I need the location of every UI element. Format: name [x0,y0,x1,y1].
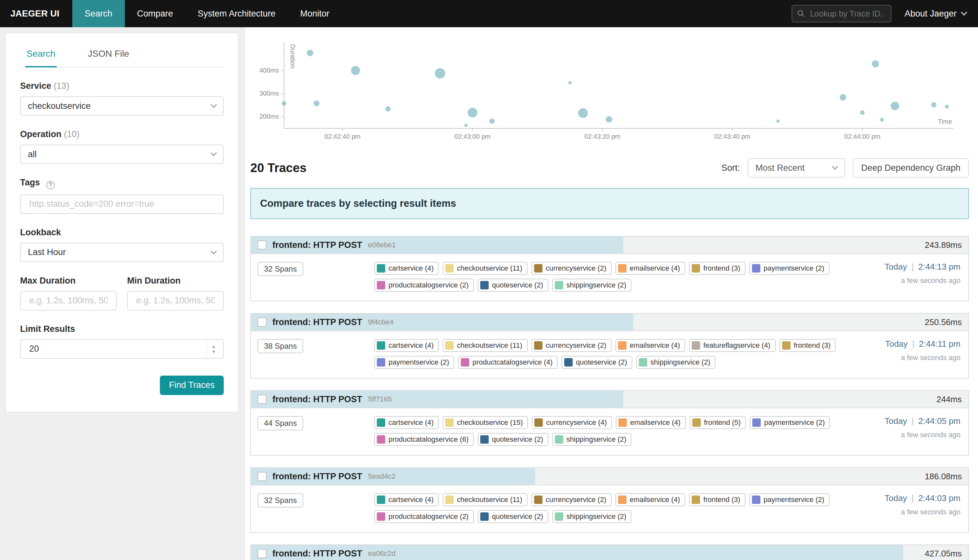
deep-dependency-graph-button[interactable]: Deep Dependency Graph [853,158,969,178]
service-tag-chip: productcatalogservice (2) [374,279,474,292]
tags-label: Tags ? [20,178,224,189]
nav-tab-compare[interactable]: Compare [125,0,185,27]
trace-times: Today|2:44:13 pm a few seconds ago [885,262,962,285]
span-count-chip: 38 Spans [257,339,303,353]
trace-id: 5ead4c2 [368,472,395,481]
trace-card[interactable]: frontend: HTTP POST e08ebe1 243.89ms 32 … [250,236,969,302]
jaeger-logo[interactable]: JAEGER UI [0,0,72,27]
service-color-swatch [555,281,563,289]
trace-time-link[interactable]: 2:44:05 pm [918,416,960,426]
svg-text:200ms: 200ms [259,113,279,120]
trace-time-link[interactable]: 2:44:13 pm [918,262,960,272]
nav-tab-search[interactable]: Search [72,0,125,27]
trace-select-checkbox[interactable] [257,472,267,481]
scatterplot-card: 200ms300ms400ms02:42:40 pm02:43:00 pm02:… [249,31,970,150]
service-tag-chip: checkoutservice (11) [442,493,527,506]
span-count-chip: 32 Spans [257,262,303,276]
service-color-swatch [377,435,385,444]
trace-relative-time: a few seconds ago [885,277,960,285]
service-count: (13) [54,81,69,91]
trace-card[interactable]: frontend: HTTP POST 9f4cbe4 250.56ms 38 … [250,313,969,378]
number-stepper[interactable]: ▲▼ [206,340,216,358]
limit-results-field: ▲▼ [20,339,224,359]
tags-input[interactable] [28,198,216,210]
sort-select[interactable]: Most Recent [748,158,845,178]
service-color-swatch [692,341,700,350]
service-tag-chip: paymentservice (2) [749,493,829,506]
span-count-column: 32 Spans [257,262,374,276]
trace-header[interactable]: frontend: HTTP POST 5ead4c2 186.08ms [251,468,968,485]
trace-times: Today|2:44:03 pm a few seconds ago [885,493,962,516]
service-tag-chip: frontend (3) [779,339,836,352]
chevron-down-icon [210,102,217,108]
trace-time-link[interactable]: 2:44:03 pm [918,493,960,503]
trace-id-lookup[interactable] [791,5,891,22]
trace-date-link[interactable]: Today [885,339,908,349]
trace-id: ea06c2d [368,549,395,558]
tags-help-icon[interactable]: ? [47,181,55,189]
service-color-swatch [555,512,563,521]
trace-duration: 244ms [936,394,962,405]
service-tag-chip: emailservice (4) [616,262,685,275]
top-navbar: JAEGER UI Search Compare System Architec… [0,0,978,27]
trace-select-checkbox[interactable] [257,318,267,327]
trace-date-link[interactable]: Today [885,493,907,503]
duration-vs-time-scatterplot[interactable]: 200ms300ms400ms02:42:40 pm02:43:00 pm02:… [250,36,964,148]
service-tag-chip: shippingservice (2) [552,279,632,292]
trace-header[interactable]: frontend: HTTP POST 5ff7165 244ms [251,391,968,408]
trace-header[interactable]: frontend: HTTP POST ea06c2d 427.05ms [251,545,968,560]
service-color-swatch [445,495,454,504]
trace-time-link[interactable]: 2:44:11 pm [919,339,960,349]
service-chip-list: cartservice (4)checkoutservice (11)curre… [374,262,880,292]
find-traces-button[interactable]: Find Traces [160,376,224,395]
span-count-column: 38 Spans [257,339,374,353]
service-color-swatch [445,341,454,350]
service-label: Service (13) [20,81,224,91]
service-select[interactable]: checkoutservice [20,96,224,116]
trace-id: 9f4cbe4 [368,318,393,326]
trace-card[interactable]: frontend: HTTP POST 5ead4c2 186.08ms 32 … [250,467,969,533]
min-duration-input[interactable] [135,295,216,306]
trace-header[interactable]: frontend: HTTP POST 9f4cbe4 250.56ms [251,314,968,331]
service-color-swatch [692,495,700,504]
about-jaeger-menu[interactable]: About Jaeger [905,9,966,19]
min-duration-field [127,291,224,310]
trace-select-checkbox[interactable] [257,240,267,250]
tab-search[interactable]: Search [25,42,57,67]
service-color-swatch [639,358,647,367]
trace-card[interactable]: frontend: HTTP POST 5ff7165 244ms 44 Spa… [250,390,969,456]
service-color-swatch [377,341,385,350]
service-color-swatch [555,435,563,444]
service-color-swatch [618,341,626,350]
lookback-select[interactable]: Last Hour [20,243,224,262]
stepper-down-icon[interactable]: ▼ [212,349,216,354]
trace-date-link[interactable]: Today [885,262,907,272]
svg-text:02:44:00 pm: 02:44:00 pm [844,133,880,140]
duration-group: Max Duration Min Duration [20,276,224,310]
lookback-label: Lookback [20,228,224,238]
trace-duration: 250.56ms [925,317,962,327]
service-color-swatch [534,341,542,350]
trace-select-checkbox[interactable] [257,549,267,558]
trace-card[interactable]: frontend: HTTP POST ea06c2d 427.05ms 38 … [250,545,969,560]
limit-results-input[interactable] [28,343,206,355]
svg-text:02:43:20 pm: 02:43:20 pm [584,133,620,140]
max-duration-col: Max Duration [20,276,117,310]
service-tag-chip: currencyservice (4) [532,416,612,429]
stepper-up-icon[interactable]: ▲ [212,344,216,349]
service-tag-chip: frontend (5) [690,416,746,429]
service-color-swatch [445,418,454,427]
trace-select-checkbox[interactable] [257,395,267,404]
tab-json-file[interactable]: JSON File [87,42,131,67]
nav-tab-system-architecture[interactable]: System Architecture [185,0,288,27]
trace-id-input[interactable] [809,8,886,19]
trace-header[interactable]: frontend: HTTP POST e08ebe1 243.89ms [251,237,968,254]
trace-title: frontend: HTTP POST [272,317,362,327]
nav-tab-monitor[interactable]: Monitor [288,0,342,27]
service-color-swatch [692,418,701,427]
jaeger-ui-app: JAEGER UI Search Compare System Architec… [0,0,978,560]
service-tag-chip: productcatalogservice (2) [374,510,474,523]
operation-select[interactable]: all [20,145,224,164]
max-duration-input[interactable] [28,295,109,306]
trace-date-link[interactable]: Today [885,416,907,426]
